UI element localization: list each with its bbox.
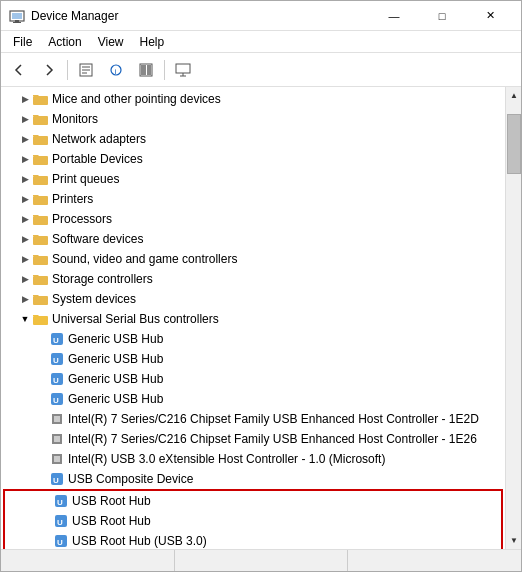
tree-item-intel-1e26[interactable]: ▶ Intel(R) 7 Series/C216 Chipset Family … [1, 429, 505, 449]
usb-root-hub-group: ▶ U USB Root Hub ▶ U USB Root Hub [3, 489, 503, 549]
tree-item-processors[interactable]: ▶ Processors [1, 209, 505, 229]
disable-button[interactable] [132, 57, 160, 83]
scroll-up-button[interactable]: ▲ [506, 87, 521, 104]
close-button[interactable]: ✕ [467, 1, 513, 31]
chip-icon [49, 411, 65, 427]
folder-icon [33, 111, 49, 127]
expand-storage[interactable]: ▶ [17, 271, 33, 287]
maximize-button[interactable]: □ [419, 1, 465, 31]
update-driver-button[interactable]: i [102, 57, 130, 83]
tree-item-generic-hub-1[interactable]: ▶ U Generic USB Hub [1, 329, 505, 349]
folder-icon [33, 251, 49, 267]
properties-button[interactable] [72, 57, 100, 83]
expand-software[interactable]: ▶ [17, 231, 33, 247]
tree-item-monitors[interactable]: ▶ Monitors [1, 109, 505, 129]
display-icon [175, 63, 191, 77]
item-label: Software devices [52, 232, 143, 246]
menu-action[interactable]: Action [40, 33, 89, 51]
scroll-thumb[interactable] [507, 114, 521, 174]
expand-portable[interactable]: ▶ [17, 151, 33, 167]
expand-usb-controllers[interactable]: ▼ [17, 311, 33, 327]
back-icon [12, 63, 26, 77]
scroll-track[interactable] [506, 104, 521, 532]
item-label: USB Root Hub (USB 3.0) [72, 534, 207, 548]
tree-view[interactable]: ▶ Mice and other pointing devices ▶ Moni… [1, 87, 505, 549]
item-label: Portable Devices [52, 152, 143, 166]
tree-item-printqueues[interactable]: ▶ Print queues [1, 169, 505, 189]
menu-view[interactable]: View [90, 33, 132, 51]
status-bar [1, 549, 521, 571]
svg-rect-3 [13, 22, 21, 23]
tree-item-printers[interactable]: ▶ Printers [1, 189, 505, 209]
expand-printqueues[interactable]: ▶ [17, 171, 33, 187]
title-bar: Device Manager — □ ✕ [1, 1, 521, 31]
svg-rect-2 [15, 20, 19, 22]
usb-icon: U [49, 391, 65, 407]
chip-icon [49, 431, 65, 447]
expand-monitors[interactable]: ▶ [17, 111, 33, 127]
status-section-2 [175, 550, 349, 571]
expand-processors[interactable]: ▶ [17, 211, 33, 227]
item-label: Mice and other pointing devices [52, 92, 221, 106]
tree-item-usb-composite[interactable]: ▶ U USB Composite Device [1, 469, 505, 489]
toolbar-separator-1 [67, 60, 68, 80]
item-label: USB Composite Device [68, 472, 193, 486]
tree-item-intel-1e2d[interactable]: ▶ Intel(R) 7 Series/C216 Chipset Family … [1, 409, 505, 429]
expand-mice[interactable]: ▶ [17, 91, 33, 107]
minimize-button[interactable]: — [371, 1, 417, 31]
item-label: Generic USB Hub [68, 392, 163, 406]
tree-item-usb-controllers[interactable]: ▼ Universal Serial Bus controllers [1, 309, 505, 329]
tree-item-intel-usb3[interactable]: ▶ Intel(R) USB 3.0 eXtensible Host Contr… [1, 449, 505, 469]
svg-rect-11 [141, 65, 146, 75]
tree-item-network[interactable]: ▶ Network adapters [1, 129, 505, 149]
svg-rect-18 [33, 136, 48, 145]
svg-rect-19 [33, 156, 48, 165]
item-label: Intel(R) 7 Series/C216 Chipset Family US… [68, 432, 477, 446]
expand-network[interactable]: ▶ [17, 131, 33, 147]
tree-item-software[interactable]: ▶ Software devices [1, 229, 505, 249]
forward-icon [42, 63, 56, 77]
usb-icon: U [49, 371, 65, 387]
folder-icon [33, 271, 49, 287]
tree-item-mice[interactable]: ▶ Mice and other pointing devices [1, 89, 505, 109]
vertical-scrollbar[interactable]: ▲ ▼ [505, 87, 521, 549]
menu-help[interactable]: Help [132, 33, 173, 51]
content-area: ▶ Mice and other pointing devices ▶ Moni… [1, 87, 521, 549]
folder-icon [33, 231, 49, 247]
expand-sound[interactable]: ▶ [17, 251, 33, 267]
svg-rect-41 [54, 456, 60, 462]
svg-rect-27 [33, 316, 48, 325]
tree-item-sound[interactable]: ▶ Sound, video and game controllers [1, 249, 505, 269]
title-bar-left: Device Manager [9, 8, 118, 24]
scroll-down-button[interactable]: ▼ [506, 532, 521, 549]
item-label: Storage controllers [52, 272, 153, 286]
back-button[interactable] [5, 57, 33, 83]
expand-printers[interactable]: ▶ [17, 191, 33, 207]
tree-item-system[interactable]: ▶ System devices [1, 289, 505, 309]
item-label: Monitors [52, 112, 98, 126]
item-label: Universal Serial Bus controllers [52, 312, 219, 326]
tree-item-usb-root-hub-1[interactable]: ▶ U USB Root Hub [5, 491, 501, 511]
device-manager-window: Device Manager — □ ✕ File Action View He… [0, 0, 522, 572]
menu-file[interactable]: File [5, 33, 40, 51]
item-label: USB Root Hub [72, 514, 151, 528]
usb-icon: U [49, 471, 65, 487]
svg-rect-37 [54, 416, 60, 422]
expand-system[interactable]: ▶ [17, 291, 33, 307]
display-button[interactable] [169, 57, 197, 83]
item-label: USB Root Hub [72, 494, 151, 508]
tree-item-generic-hub-3[interactable]: ▶ U Generic USB Hub [1, 369, 505, 389]
tree-item-generic-hub-4[interactable]: ▶ U Generic USB Hub [1, 389, 505, 409]
svg-text:U: U [57, 518, 63, 527]
item-label: System devices [52, 292, 136, 306]
forward-button[interactable] [35, 57, 63, 83]
tree-item-usb-root-hub-2[interactable]: ▶ U USB Root Hub [5, 511, 501, 531]
tree-item-portable[interactable]: ▶ Portable Devices [1, 149, 505, 169]
folder-icon [33, 171, 49, 187]
tree-item-storage[interactable]: ▶ Storage controllers [1, 269, 505, 289]
svg-rect-39 [54, 436, 60, 442]
folder-icon [33, 91, 49, 107]
tree-item-generic-hub-2[interactable]: ▶ U Generic USB Hub [1, 349, 505, 369]
item-label: Generic USB Hub [68, 332, 163, 346]
tree-item-usb-root-hub-3[interactable]: ▶ U USB Root Hub (USB 3.0) [5, 531, 501, 549]
